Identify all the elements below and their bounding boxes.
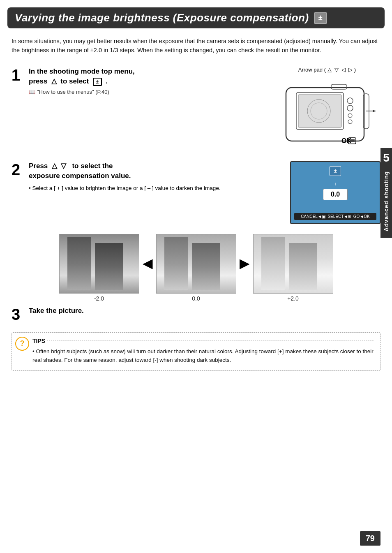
svg-rect-8 [331,84,347,89]
screen-mockup: ± + 0.0 − CANCEL◄▣ SELECT◄⊞ GO◄OK [290,161,380,224]
normal-label: 0.0 [192,295,200,302]
screen-toolbar: CANCEL◄▣ SELECT◄⊞ GO◄OK [294,213,376,220]
step-2-bullet: • Select a [ + ] value to brighten the i… [29,184,284,192]
step-1: 1 In the shooting mode top menu, press △… [12,67,380,151]
building-normal-visual [157,234,236,293]
image-comparison: -2.0 ◀ 0.0 ▶ +2.0 [12,234,380,302]
main-content: In some situations, you may get better r… [0,28,392,379]
step-1-content: In the shooting mode top menu, press △ t… [29,67,380,151]
comparison-normal: 0.0 [156,234,236,302]
page-number: 79 [360,531,380,546]
screen-plus-label: + [334,181,337,187]
tips-dots-divider [47,340,374,340]
step-1-text: In the shooting mode top menu, press △ t… [29,67,267,95]
tips-label: TIPS [32,338,45,344]
tips-header: TIPS [32,338,374,344]
svg-point-7 [348,120,352,124]
comparison-dark: -2.0 [59,234,139,302]
comparison-bright: +2.0 [253,234,333,302]
normal-image [156,234,236,294]
step-number-1: 1 [12,67,29,151]
step-3-content: Take the picture. [29,306,380,322]
dark-image [59,234,139,294]
camera-area: Arrow pad ( △ ▽ ◁ ▷ ) [274,67,380,151]
ev-compensation-icon: ± [314,12,327,24]
arrow-pad-label: Arrow pad ( △ ▽ ◁ ▷ ) [298,67,356,73]
book-icon: 📖 [29,89,35,95]
step-2: 2 Press △ ▽ to select theexposure compen… [12,161,380,224]
tips-body: • Often bright subjects (such as snow) w… [32,347,374,365]
dark-label: -2.0 [94,295,104,302]
arrow-right-icon: ▶ [240,255,250,271]
tips-icon: ? [15,337,29,351]
screen-minus-label: − [334,202,337,208]
screen-ev-icon: ± [330,166,341,176]
svg-point-5 [347,105,353,111]
screen-value: 0.0 [323,189,348,200]
step-2-text: Press △ ▽ to select theexposure compensa… [29,161,284,192]
screen-slider: + 0.0 − [294,179,376,210]
step-1-sub: 📖 "How to use the menus" (P.40) [29,89,267,95]
step-2-content: Press △ ▽ to select theexposure compensa… [29,161,380,224]
step-1-diagram: Arrow pad ( △ ▽ ◁ ▷ ) [274,67,380,151]
camera-diagram: OK [278,75,376,151]
svg-point-6 [348,113,352,118]
step-1-reference: "How to use the menus" (P.40) [37,89,109,95]
svg-point-4 [347,98,353,104]
step-2-diagram: ± + 0.0 − CANCEL◄▣ SELECT◄⊞ GO◄OK [290,161,380,224]
tips-text: Often bright subjects (such as snow) wil… [32,348,374,363]
building-bright-visual [254,234,333,293]
step-1-title: In the shooting mode top menu, press △ t… [29,67,267,86]
arrow-left-icon: ◀ [143,255,153,271]
step-2-title: Press △ ▽ to select theexposure compensa… [29,161,284,181]
step-number-3: 3 [12,306,29,322]
intro-paragraph: In some situations, you may get better r… [12,37,380,55]
bright-label: +2.0 [287,295,299,302]
step-3-title: Take the picture. [29,306,380,316]
tips-box: ? TIPS • Often bright subjects (such as … [12,332,380,371]
step-3: 3 Take the picture. [12,306,380,322]
step-2-bullet-text: Select a [ + ] value to brighten the ima… [32,185,220,191]
header-banner: Varying the image brightness (Exposure c… [7,7,385,28]
step-number-2: 2 [12,161,29,224]
sidebar-label: Advanced shooting [380,164,392,238]
bright-image [253,234,333,294]
page-title: Varying the image brightness (Exposure c… [15,12,309,24]
building-dark-visual [60,234,139,293]
